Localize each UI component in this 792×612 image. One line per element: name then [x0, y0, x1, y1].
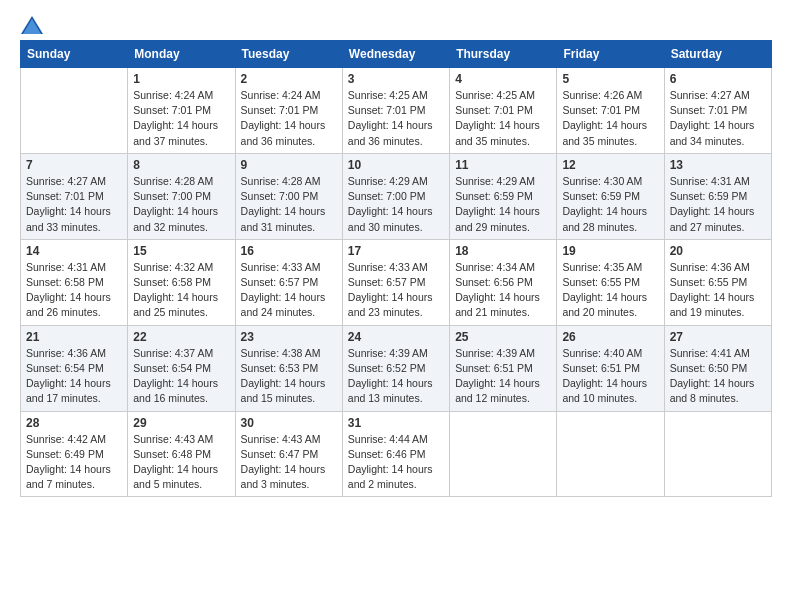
day-info: Sunrise: 4:44 AM Sunset: 6:46 PM Dayligh… — [348, 432, 444, 493]
calendar-cell: 3Sunrise: 4:25 AM Sunset: 7:01 PM Daylig… — [342, 68, 449, 154]
day-number: 13 — [670, 158, 766, 172]
day-info: Sunrise: 4:26 AM Sunset: 7:01 PM Dayligh… — [562, 88, 658, 149]
calendar-cell: 24Sunrise: 4:39 AM Sunset: 6:52 PM Dayli… — [342, 325, 449, 411]
day-number: 30 — [241, 416, 337, 430]
calendar-cell: 1Sunrise: 4:24 AM Sunset: 7:01 PM Daylig… — [128, 68, 235, 154]
calendar-cell: 31Sunrise: 4:44 AM Sunset: 6:46 PM Dayli… — [342, 411, 449, 497]
day-number: 16 — [241, 244, 337, 258]
day-number: 7 — [26, 158, 122, 172]
calendar-cell: 20Sunrise: 4:36 AM Sunset: 6:55 PM Dayli… — [664, 239, 771, 325]
day-number: 29 — [133, 416, 229, 430]
calendar-cell: 26Sunrise: 4:40 AM Sunset: 6:51 PM Dayli… — [557, 325, 664, 411]
day-info: Sunrise: 4:30 AM Sunset: 6:59 PM Dayligh… — [562, 174, 658, 235]
calendar-week-row: 28Sunrise: 4:42 AM Sunset: 6:49 PM Dayli… — [21, 411, 772, 497]
calendar-table: SundayMondayTuesdayWednesdayThursdayFrid… — [20, 40, 772, 497]
day-number: 23 — [241, 330, 337, 344]
day-info: Sunrise: 4:25 AM Sunset: 7:01 PM Dayligh… — [455, 88, 551, 149]
day-info: Sunrise: 4:34 AM Sunset: 6:56 PM Dayligh… — [455, 260, 551, 321]
day-number: 9 — [241, 158, 337, 172]
day-info: Sunrise: 4:24 AM Sunset: 7:01 PM Dayligh… — [133, 88, 229, 149]
weekday-header-thursday: Thursday — [450, 41, 557, 68]
day-info: Sunrise: 4:39 AM Sunset: 6:52 PM Dayligh… — [348, 346, 444, 407]
calendar-week-row: 21Sunrise: 4:36 AM Sunset: 6:54 PM Dayli… — [21, 325, 772, 411]
day-number: 19 — [562, 244, 658, 258]
day-info: Sunrise: 4:38 AM Sunset: 6:53 PM Dayligh… — [241, 346, 337, 407]
calendar-cell: 25Sunrise: 4:39 AM Sunset: 6:51 PM Dayli… — [450, 325, 557, 411]
day-info: Sunrise: 4:28 AM Sunset: 7:00 PM Dayligh… — [241, 174, 337, 235]
calendar-cell: 30Sunrise: 4:43 AM Sunset: 6:47 PM Dayli… — [235, 411, 342, 497]
calendar-week-row: 1Sunrise: 4:24 AM Sunset: 7:01 PM Daylig… — [21, 68, 772, 154]
day-number: 25 — [455, 330, 551, 344]
day-info: Sunrise: 4:42 AM Sunset: 6:49 PM Dayligh… — [26, 432, 122, 493]
day-number: 24 — [348, 330, 444, 344]
day-info: Sunrise: 4:36 AM Sunset: 6:54 PM Dayligh… — [26, 346, 122, 407]
day-number: 11 — [455, 158, 551, 172]
day-number: 3 — [348, 72, 444, 86]
calendar-cell: 12Sunrise: 4:30 AM Sunset: 6:59 PM Dayli… — [557, 153, 664, 239]
day-info: Sunrise: 4:32 AM Sunset: 6:58 PM Dayligh… — [133, 260, 229, 321]
calendar-cell: 22Sunrise: 4:37 AM Sunset: 6:54 PM Dayli… — [128, 325, 235, 411]
day-number: 18 — [455, 244, 551, 258]
day-info: Sunrise: 4:27 AM Sunset: 7:01 PM Dayligh… — [670, 88, 766, 149]
calendar-cell — [21, 68, 128, 154]
day-info: Sunrise: 4:36 AM Sunset: 6:55 PM Dayligh… — [670, 260, 766, 321]
calendar-cell: 7Sunrise: 4:27 AM Sunset: 7:01 PM Daylig… — [21, 153, 128, 239]
day-info: Sunrise: 4:24 AM Sunset: 7:01 PM Dayligh… — [241, 88, 337, 149]
calendar-cell: 11Sunrise: 4:29 AM Sunset: 6:59 PM Dayli… — [450, 153, 557, 239]
calendar-cell — [450, 411, 557, 497]
calendar-cell: 10Sunrise: 4:29 AM Sunset: 7:00 PM Dayli… — [342, 153, 449, 239]
day-number: 1 — [133, 72, 229, 86]
day-number: 12 — [562, 158, 658, 172]
calendar-cell: 13Sunrise: 4:31 AM Sunset: 6:59 PM Dayli… — [664, 153, 771, 239]
calendar-cell: 23Sunrise: 4:38 AM Sunset: 6:53 PM Dayli… — [235, 325, 342, 411]
calendar-cell: 17Sunrise: 4:33 AM Sunset: 6:57 PM Dayli… — [342, 239, 449, 325]
calendar-cell: 14Sunrise: 4:31 AM Sunset: 6:58 PM Dayli… — [21, 239, 128, 325]
day-info: Sunrise: 4:33 AM Sunset: 6:57 PM Dayligh… — [348, 260, 444, 321]
weekday-header-tuesday: Tuesday — [235, 41, 342, 68]
day-number: 10 — [348, 158, 444, 172]
day-number: 17 — [348, 244, 444, 258]
day-info: Sunrise: 4:31 AM Sunset: 6:58 PM Dayligh… — [26, 260, 122, 321]
day-info: Sunrise: 4:43 AM Sunset: 6:47 PM Dayligh… — [241, 432, 337, 493]
calendar-cell: 2Sunrise: 4:24 AM Sunset: 7:01 PM Daylig… — [235, 68, 342, 154]
day-info: Sunrise: 4:29 AM Sunset: 7:00 PM Dayligh… — [348, 174, 444, 235]
day-info: Sunrise: 4:25 AM Sunset: 7:01 PM Dayligh… — [348, 88, 444, 149]
day-number: 28 — [26, 416, 122, 430]
calendar-cell: 29Sunrise: 4:43 AM Sunset: 6:48 PM Dayli… — [128, 411, 235, 497]
calendar-cell: 15Sunrise: 4:32 AM Sunset: 6:58 PM Dayli… — [128, 239, 235, 325]
day-number: 14 — [26, 244, 122, 258]
weekday-header-sunday: Sunday — [21, 41, 128, 68]
day-number: 6 — [670, 72, 766, 86]
day-number: 27 — [670, 330, 766, 344]
calendar-cell — [664, 411, 771, 497]
weekday-header-row: SundayMondayTuesdayWednesdayThursdayFrid… — [21, 41, 772, 68]
logo-icon — [21, 16, 43, 34]
calendar-cell: 18Sunrise: 4:34 AM Sunset: 6:56 PM Dayli… — [450, 239, 557, 325]
logo — [20, 16, 46, 34]
day-info: Sunrise: 4:27 AM Sunset: 7:01 PM Dayligh… — [26, 174, 122, 235]
calendar-cell: 21Sunrise: 4:36 AM Sunset: 6:54 PM Dayli… — [21, 325, 128, 411]
calendar-cell: 6Sunrise: 4:27 AM Sunset: 7:01 PM Daylig… — [664, 68, 771, 154]
day-number: 20 — [670, 244, 766, 258]
day-info: Sunrise: 4:28 AM Sunset: 7:00 PM Dayligh… — [133, 174, 229, 235]
weekday-header-monday: Monday — [128, 41, 235, 68]
calendar-cell: 19Sunrise: 4:35 AM Sunset: 6:55 PM Dayli… — [557, 239, 664, 325]
day-info: Sunrise: 4:39 AM Sunset: 6:51 PM Dayligh… — [455, 346, 551, 407]
calendar-cell: 5Sunrise: 4:26 AM Sunset: 7:01 PM Daylig… — [557, 68, 664, 154]
calendar-week-row: 7Sunrise: 4:27 AM Sunset: 7:01 PM Daylig… — [21, 153, 772, 239]
day-info: Sunrise: 4:35 AM Sunset: 6:55 PM Dayligh… — [562, 260, 658, 321]
day-number: 2 — [241, 72, 337, 86]
calendar-cell: 4Sunrise: 4:25 AM Sunset: 7:01 PM Daylig… — [450, 68, 557, 154]
weekday-header-saturday: Saturday — [664, 41, 771, 68]
day-number: 22 — [133, 330, 229, 344]
calendar-cell: 27Sunrise: 4:41 AM Sunset: 6:50 PM Dayli… — [664, 325, 771, 411]
day-info: Sunrise: 4:37 AM Sunset: 6:54 PM Dayligh… — [133, 346, 229, 407]
day-info: Sunrise: 4:33 AM Sunset: 6:57 PM Dayligh… — [241, 260, 337, 321]
day-number: 5 — [562, 72, 658, 86]
day-number: 26 — [562, 330, 658, 344]
day-number: 21 — [26, 330, 122, 344]
weekday-header-friday: Friday — [557, 41, 664, 68]
page-header — [20, 16, 772, 34]
day-info: Sunrise: 4:41 AM Sunset: 6:50 PM Dayligh… — [670, 346, 766, 407]
day-info: Sunrise: 4:29 AM Sunset: 6:59 PM Dayligh… — [455, 174, 551, 235]
